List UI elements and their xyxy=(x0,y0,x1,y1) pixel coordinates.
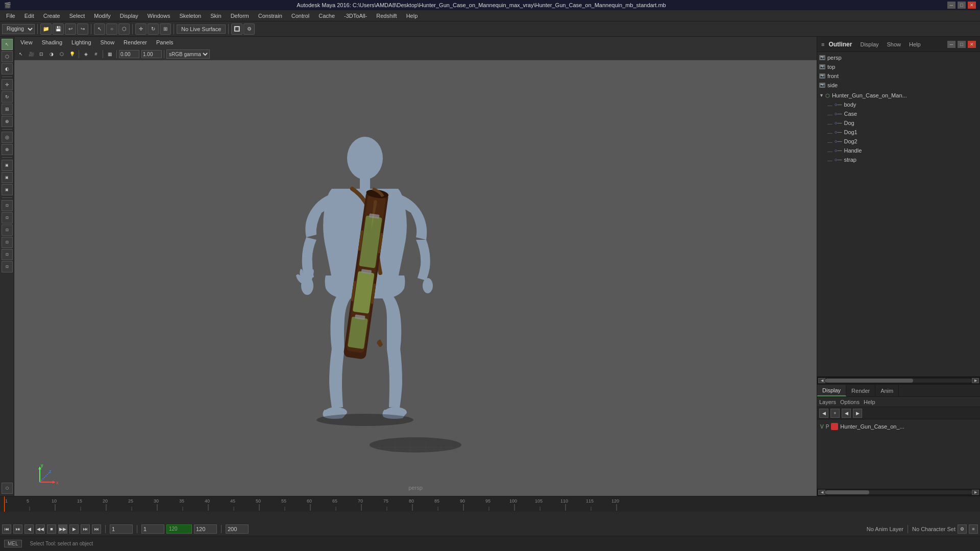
end-frame-input[interactable] xyxy=(194,524,217,534)
vp-far-clip-input[interactable] xyxy=(141,50,162,58)
scroll-left-btn[interactable]: ◀ xyxy=(818,378,825,383)
paint-tool-btn[interactable]: ⬡ xyxy=(2,51,13,62)
stop-btn[interactable]: ■ xyxy=(47,524,56,534)
redo-btn[interactable]: ↪ xyxy=(77,23,88,35)
lasso-btn[interactable]: ○ xyxy=(106,23,117,35)
outliner-item-body[interactable]: ○— body xyxy=(817,100,980,109)
vp-menu-lighting[interactable]: Lighting xyxy=(67,38,95,46)
layer-menu-options[interactable]: Options xyxy=(840,399,860,405)
step-fwd-btn[interactable]: ▶ xyxy=(69,524,79,534)
outliner-close-btn[interactable]: ✕ xyxy=(968,41,976,48)
vp-menu-show[interactable]: Show xyxy=(96,38,119,46)
outliner-item-handle[interactable]: ○— Handle xyxy=(817,146,980,155)
color-profile-select[interactable]: sRGB gamma xyxy=(166,49,210,59)
prev-key-btn[interactable]: ⏭ xyxy=(13,524,22,534)
vp-wireframe-btn[interactable]: ⊡ xyxy=(37,49,46,59)
menu-file[interactable]: File xyxy=(2,12,19,20)
layer-menu-layers[interactable]: Layers xyxy=(819,399,836,405)
menu-display[interactable]: Display xyxy=(116,12,142,20)
outliner-maximize-btn[interactable]: □ xyxy=(958,41,966,48)
outliner-item-side[interactable]: 📷 side xyxy=(817,81,980,90)
show-manip-btn[interactable]: ⊗ xyxy=(2,144,13,155)
paint-sel-btn[interactable]: ⬡ xyxy=(118,23,130,35)
layer-tab-anim[interactable]: Anim xyxy=(875,385,899,396)
menu-redshift[interactable]: Redshift xyxy=(372,12,401,20)
outliner-item-dog2[interactable]: ○— Dog2 xyxy=(817,137,980,146)
vp-menu-shading[interactable]: Shading xyxy=(38,38,66,46)
layer-tab-display[interactable]: Display xyxy=(817,385,846,396)
vp-texture-btn[interactable]: ⬡ xyxy=(57,49,66,59)
misc-btn-5[interactable]: ⊡ xyxy=(2,249,13,260)
outliner-item-persp[interactable]: 📷 persp xyxy=(817,53,980,62)
vp-camera-btn[interactable]: 🎥 xyxy=(27,49,36,59)
outliner-tab-show[interactable]: Show xyxy=(885,40,903,48)
layer-prev-btn[interactable]: ◀ xyxy=(819,409,828,418)
go-start-btn[interactable]: ⏮ xyxy=(2,524,11,534)
bottom-left-btn[interactable]: ⬡ xyxy=(2,483,13,494)
outliner-item-dog1[interactable]: ○— Dog1 xyxy=(817,128,980,137)
menu-3dtoall[interactable]: -3DToAll- xyxy=(340,12,371,20)
open-file-btn[interactable]: 📁 xyxy=(40,23,52,35)
menu-select[interactable]: Select xyxy=(65,12,89,20)
vp-select-btn[interactable]: ↖ xyxy=(16,49,26,59)
scale-btn[interactable]: ⊞ xyxy=(160,23,171,35)
misc-btn-3[interactable]: ⊡ xyxy=(2,224,13,236)
layer-scroll-left-btn[interactable]: ◀ xyxy=(818,490,825,495)
minimize-button[interactable]: ─ xyxy=(947,2,955,9)
max-end-input[interactable] xyxy=(226,524,249,534)
move-tool-btn[interactable]: ✛ xyxy=(2,79,13,90)
char-set-options-btn[interactable]: ≡ xyxy=(969,524,978,534)
menu-windows[interactable]: Windows xyxy=(143,12,175,20)
layer-menu-help[interactable]: Help xyxy=(864,399,875,405)
misc-btn-1[interactable]: ⊡ xyxy=(2,200,13,211)
layer-add-btn[interactable]: + xyxy=(830,409,840,418)
select-btn[interactable]: ↖ xyxy=(94,23,105,35)
outliner-minimize-btn[interactable]: ─ xyxy=(947,41,955,48)
close-button[interactable]: ✕ xyxy=(968,2,976,9)
rotate-btn[interactable]: ↻ xyxy=(148,23,159,35)
outliner-tab-display[interactable]: Display xyxy=(858,40,880,48)
menu-control[interactable]: Control xyxy=(287,12,313,20)
char-set-menu-btn[interactable]: ⚙ xyxy=(958,524,967,534)
vp-shaded-btn[interactable]: ◑ xyxy=(47,49,56,59)
layer-tab-render[interactable]: Render xyxy=(846,385,875,396)
undo-btn[interactable]: ↩ xyxy=(65,23,76,35)
vp-menu-renderer[interactable]: Renderer xyxy=(119,38,151,46)
timeline-track[interactable]: 1 5 10 15 20 25 30 35 40 45 50 xyxy=(0,496,980,512)
outliner-scrollbar[interactable]: ◀ ▶ xyxy=(817,377,980,384)
rigging-dropdown[interactable]: Rigging xyxy=(2,24,35,34)
misc-btn-2[interactable]: ⊡ xyxy=(2,212,13,223)
menu-skeleton[interactable]: Skeleton xyxy=(175,12,205,20)
menu-cache[interactable]: Cache xyxy=(314,12,339,20)
vp-menu-view[interactable]: View xyxy=(16,38,37,46)
layer-remove-btn[interactable]: ◀ xyxy=(842,409,851,418)
scroll-right-btn[interactable]: ▶ xyxy=(972,378,979,383)
move-btn[interactable]: ✛ xyxy=(135,23,146,35)
misc-btn-6[interactable]: ⊡ xyxy=(2,261,13,272)
menu-deform[interactable]: Deform xyxy=(227,12,253,20)
scale-tool-btn[interactable]: ⊞ xyxy=(2,104,13,115)
vp-menu-panels[interactable]: Panels xyxy=(152,38,178,46)
maximize-button[interactable]: □ xyxy=(958,2,966,9)
outliner-item-group[interactable]: ▼ ⬡ Hunter_Gun_Case_on_Man... xyxy=(817,91,980,100)
menu-edit[interactable]: Edit xyxy=(20,12,38,20)
no-live-surface-btn[interactable]: No Live Surface xyxy=(177,24,226,34)
render-btn[interactable]: 🔳 xyxy=(231,23,242,35)
layer-btn-3[interactable]: ▣ xyxy=(2,184,13,195)
outliner-item-case[interactable]: ○— Case xyxy=(817,109,980,118)
rotate-tool-btn[interactable]: ↻ xyxy=(2,91,13,103)
outliner-item-dog[interactable]: ○— Dog xyxy=(817,118,980,128)
layer-next-btn[interactable]: ▶ xyxy=(853,409,862,418)
play-fwd-btn[interactable]: ▶▶ xyxy=(58,524,67,534)
save-btn[interactable]: 💾 xyxy=(53,23,64,35)
outliner-tab-help[interactable]: Help xyxy=(907,40,923,48)
outliner-item-top[interactable]: 📷 top xyxy=(817,62,980,71)
step-back-btn[interactable]: ◀ xyxy=(24,524,34,534)
vp-near-clip-input[interactable] xyxy=(119,50,139,58)
vp-light-btn[interactable]: 💡 xyxy=(67,49,77,59)
outliner-item-front[interactable]: 📷 front xyxy=(817,71,980,81)
go-end-btn[interactable]: ⏭ xyxy=(92,524,101,534)
layer-btn-1[interactable]: ▣ xyxy=(2,160,13,171)
layer-btn-2[interactable]: ▣ xyxy=(2,172,13,183)
start-frame-input[interactable] xyxy=(141,524,164,534)
